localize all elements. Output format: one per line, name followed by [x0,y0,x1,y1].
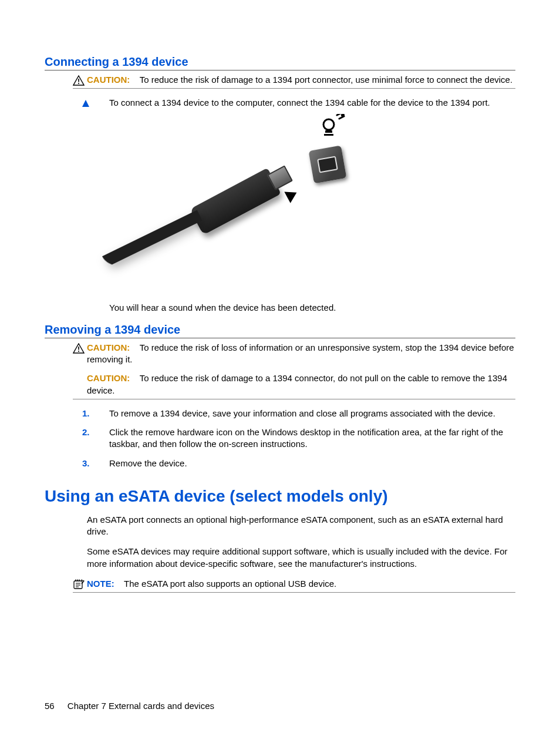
svg-point-13 [77,579,78,580]
esata-paragraph-2: Some eSATA devices may require additiona… [87,546,515,570]
bullet-step: To connect a 1394 device to the computer… [82,97,515,109]
caution-label: CAUTION: [87,342,130,352]
triangle-bullet-icon [82,98,89,110]
port-symbol-icon [312,114,345,147]
svg-rect-3 [325,130,332,133]
note-esata: NOTE: The eSATA port also supports an op… [73,578,515,593]
caution-icon [73,343,85,354]
page-footer: 56 Chapter 7 External cards and devices [45,701,214,711]
caution-remove-1394-2: CAUTION: To reduce the risk of damage to… [73,372,515,399]
ol-step-1: 1. To remove a 1394 device, save your in… [82,408,515,419]
heading-esata: Using an eSATA device (select models onl… [45,487,515,506]
note-label: NOTE: [87,579,114,589]
svg-point-12 [75,579,76,580]
step-text: To connect a 1394 device to the computer… [109,98,490,107]
ol-step-3: 3. Remove the device. [82,458,515,469]
esata-paragraph-1: An eSATA port connects an optional high-… [87,514,515,538]
caution-connect-1394: CAUTION: To reduce the risk of damage to… [73,74,515,89]
step-number: 2. [82,426,90,438]
caution-remove-1394-1: CAUTION: To reduce the risk of loss of i… [73,342,515,366]
page: Connecting a 1394 device CAUTION: To red… [0,0,560,746]
step-text: Remove the device. [109,458,187,468]
detect-sound-text: You will hear a sound when the device ha… [109,302,515,314]
step-text: To remove a 1394 device, save your infor… [109,408,495,418]
svg-point-2 [323,119,334,130]
ol-step-2: 2. Click the remove hardware icon on the… [82,426,515,451]
step-number: 1. [82,408,90,419]
step-text: Click the remove hardware icon on the Wi… [109,427,503,449]
caution-label: CAUTION: [87,75,130,85]
svg-rect-4 [324,134,333,136]
port-tile-icon [309,145,347,183]
svg-point-14 [79,579,80,580]
note-icon [73,579,85,590]
caution-icon [73,75,85,86]
chapter-title: Chapter 7 External cards and devices [68,701,214,711]
heading-removing-1394: Removing a 1394 device [45,323,515,338]
page-number: 56 [45,701,55,711]
figure-1394-cable [109,116,356,293]
caution-text: To reduce the risk of damage to a 1394 c… [87,373,507,395]
caution-label: CAUTION: [87,373,130,383]
caution-text: To reduce the risk of loss of informatio… [87,342,514,364]
svg-point-1 [78,83,79,84]
svg-point-7 [78,351,79,352]
heading-connecting-1394: Connecting a 1394 device [45,55,515,70]
caution-text: To reduce the risk of damage to a 1394 p… [140,75,512,85]
step-number: 3. [82,458,90,469]
note-text: The eSATA port also supports an optional… [124,579,336,589]
